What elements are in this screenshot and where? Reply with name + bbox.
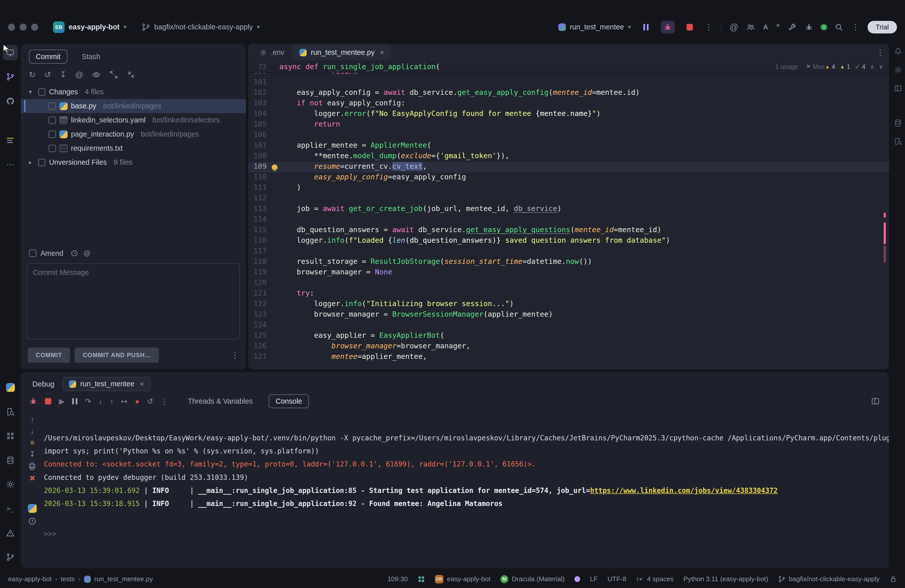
inspections-widget[interactable]: ▲4 ▲1 ✓4 ∧ ∨ <box>825 63 889 70</box>
line-number[interactable]: 104 <box>248 109 270 120</box>
database-icon[interactable] <box>894 119 902 127</box>
zoom-window-button[interactable] <box>31 24 38 31</box>
ai-toolwindow-icon[interactable] <box>894 66 902 74</box>
code-area[interactable]: 100 return101102 easy_apply_config = awa… <box>248 73 889 369</box>
console-prompt[interactable]: >>> <box>44 526 889 542</box>
print-icon[interactable] <box>28 462 37 470</box>
intention-bulb-icon[interactable] <box>272 164 278 170</box>
close-session-icon[interactable]: × <box>140 380 144 388</box>
code-line[interactable]: 109 resume=current_cv.cv_text, <box>248 162 889 173</box>
code-line[interactable]: 100 return <box>248 73 889 78</box>
code-line[interactable]: 114 <box>248 215 889 225</box>
resume-button[interactable]: ▶ <box>59 397 65 405</box>
shelve-icon[interactable]: ↧ <box>60 71 67 79</box>
step-over-button[interactable]: ↷ <box>85 397 91 405</box>
code-line[interactable]: 126 browser_manager=browser_manager, <box>248 342 889 352</box>
close-window-button[interactable] <box>8 24 15 31</box>
code-line[interactable]: 116 logger.info(f"Loaded {len(db_questio… <box>248 236 889 246</box>
collapse-all-icon[interactable] <box>127 70 135 79</box>
code-line[interactable]: 110 easy_apply_config=easy_apply_config <box>248 173 889 183</box>
tools-icon[interactable] <box>788 23 796 32</box>
theme-indicator[interactable]: M Dracula (Material) <box>500 575 565 583</box>
error-stripe-mark[interactable] <box>884 222 886 244</box>
code-line[interactable]: 105 return <box>248 120 889 130</box>
file-checkbox[interactable] <box>49 116 56 124</box>
code-line[interactable]: 115 db_question_answers = await db_servi… <box>248 225 889 236</box>
close-tab-icon[interactable]: × <box>380 48 384 57</box>
line-number[interactable]: 118 <box>248 257 270 268</box>
code-line[interactable]: 108 **mentee.model_dump(exclude={'gmail_… <box>248 151 889 162</box>
breadcrumb-folder[interactable]: tests <box>61 575 75 583</box>
pause-button[interactable] <box>72 398 78 404</box>
debug-more-icon[interactable]: ⋮ <box>160 397 168 405</box>
code-line[interactable]: 104 logger.error(f"No EasyApplyConfig fo… <box>248 109 889 120</box>
step-out-button[interactable]: ↑ <box>110 397 114 405</box>
debug-session-tab[interactable]: run_test_mentee × <box>63 377 150 391</box>
code-line[interactable]: 120 <box>248 278 889 289</box>
changes-group-row[interactable]: ▾ Changes 4 files <box>21 85 246 99</box>
run-to-cursor-button[interactable]: ↦ <box>121 397 127 405</box>
line-number[interactable]: 112 <box>248 194 270 204</box>
changed-file-row[interactable]: linkedin_selectors.yamlbot/linkedin/sele… <box>21 113 246 127</box>
tab-threads-variables[interactable]: Threads & Variables <box>181 395 259 408</box>
line-number[interactable]: 108 <box>248 151 270 162</box>
interpreter-indicator[interactable]: Python 3.11 (easy-apply-bot) <box>684 575 768 583</box>
notifications-bell-icon[interactable] <box>894 47 902 55</box>
lock-icon[interactable] <box>889 575 897 583</box>
line-number[interactable]: 107 <box>248 141 270 151</box>
code-line[interactable]: 117 <box>248 246 889 257</box>
console-output[interactable]: /Users/miroslavpeskov/Desktop/EasyWork/e… <box>44 410 889 568</box>
next-issue-icon[interactable]: ∨ <box>879 64 883 70</box>
file-checkbox[interactable] <box>49 145 56 152</box>
layout-settings-icon[interactable] <box>871 397 880 405</box>
database-toolwindow-button[interactable] <box>3 453 18 468</box>
line-number[interactable]: 121 <box>248 289 270 299</box>
preview-diff-icon[interactable] <box>92 70 100 79</box>
indent-indicator[interactable]: 4 spaces <box>636 575 673 583</box>
view-breakpoints-button[interactable]: ● <box>135 397 140 405</box>
changed-file-row[interactable]: requirements.txt <box>21 141 246 156</box>
line-number[interactable]: 106 <box>248 130 270 141</box>
snowflake-icon[interactable]: * <box>776 22 780 32</box>
line-number[interactable]: 127 <box>248 352 270 363</box>
plugin-bug-icon[interactable] <box>805 23 813 32</box>
line-number[interactable]: 122 <box>248 299 270 310</box>
error-stripe-mark[interactable] <box>884 213 886 218</box>
stop-button[interactable] <box>45 398 51 404</box>
line-number[interactable]: 120 <box>248 278 270 289</box>
branch-widget[interactable]: bagfix/not-clickable-easy-apply ▾ <box>137 21 264 34</box>
file-encoding[interactable]: UTF-8 <box>608 575 626 583</box>
line-number[interactable]: 126 <box>248 342 270 352</box>
commit-and-push-button[interactable]: COMMIT AND PUSH... <box>75 348 159 363</box>
twisty-closed-icon[interactable]: ▸ <box>29 159 35 166</box>
documentation-icon[interactable] <box>894 137 902 145</box>
line-number[interactable]: 113 <box>248 204 270 215</box>
caret-position[interactable]: 109:30 <box>387 575 408 583</box>
clear-console-icon[interactable]: ✖ <box>29 475 35 482</box>
problems-toolwindow-button[interactable] <box>3 525 18 540</box>
line-number[interactable]: 115 <box>248 225 270 236</box>
console-link[interactable]: https://www.linkedin.com/jobs/view/43833… <box>590 486 778 494</box>
commit-author-icon[interactable]: @ <box>83 250 90 257</box>
line-number[interactable]: 116 <box>248 236 270 246</box>
more-actions-icon[interactable]: ⋮ <box>851 23 859 31</box>
github-button[interactable] <box>3 94 18 109</box>
translate-icon[interactable]: A <box>763 23 768 31</box>
line-number[interactable]: 105 <box>248 120 270 130</box>
code-line[interactable]: 102 easy_apply_config = await db_service… <box>248 88 889 99</box>
code-line[interactable]: 125 easy_applier = EasyApplierBot( <box>248 331 889 342</box>
changes-checkbox[interactable] <box>38 88 46 96</box>
error-stripe-mark[interactable] <box>884 245 886 263</box>
tab-run-test-mentee[interactable]: run_test_mentee.py × <box>292 45 391 60</box>
code-line[interactable]: 122 logger.info("Initializing browser se… <box>248 299 889 310</box>
code-with-me-icon[interactable] <box>746 23 755 32</box>
mute-breakpoints-button[interactable]: ↺ <box>147 397 153 405</box>
status-indicator-dot[interactable] <box>821 25 827 30</box>
console-history-icon[interactable] <box>28 517 37 525</box>
scroll-up-icon[interactable]: ↑ <box>30 416 34 423</box>
structure-toolwindow-button[interactable] <box>3 133 18 148</box>
more-run-actions-icon[interactable]: ⋮ <box>705 23 713 31</box>
line-number[interactable]: 102 <box>248 88 270 99</box>
run-config-widget[interactable]: run_test_mentee ▾ <box>558 23 631 31</box>
prev-issue-icon[interactable]: ∧ <box>870 64 874 70</box>
